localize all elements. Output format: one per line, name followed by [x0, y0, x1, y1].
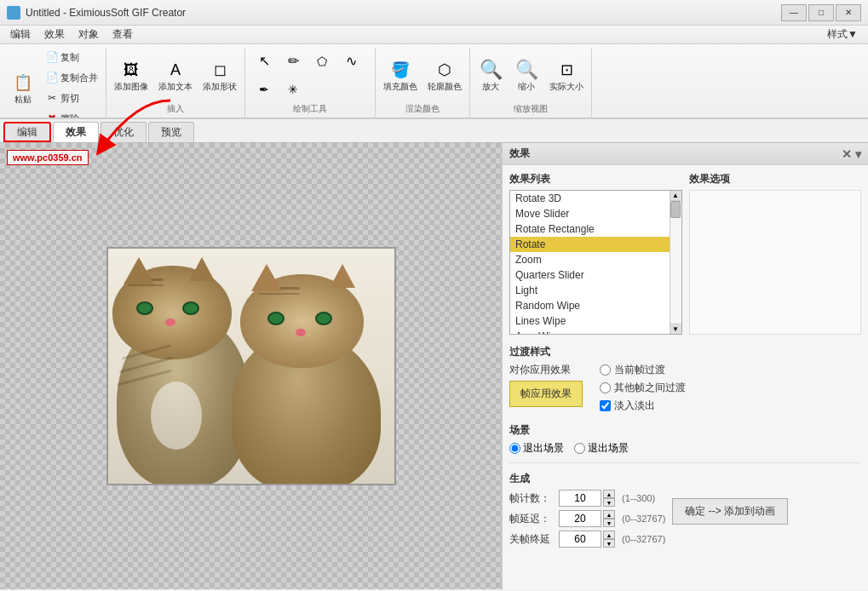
zoom-out-button[interactable]: 🔍 缩小 [509, 55, 543, 95]
options-title: 效果选项 [689, 172, 862, 186]
effects-scrollbar[interactable]: ▲ ▼ [670, 191, 681, 334]
draw-pen-button[interactable]: ✒ [250, 77, 278, 101]
menu-item-style[interactable]: 样式▼ [820, 26, 865, 43]
frame-count-input[interactable] [559, 490, 601, 507]
close-button[interactable]: ✕ [836, 4, 861, 21]
other-frames-radio-row: 其他帧之间过渡 [600, 381, 686, 395]
other-frames-label: 其他帧之间过渡 [614, 381, 686, 395]
other-frames-radio[interactable] [600, 382, 611, 393]
ribbon-add-image-button[interactable]: 🖼 添加图像 [110, 55, 152, 95]
ribbon-add-shape-button[interactable]: ◻ 添加形状 [198, 55, 241, 95]
frame-delay-down[interactable]: ▼ [603, 519, 615, 527]
add-text-icon: A [164, 58, 187, 82]
scene-title: 场景 [509, 423, 861, 438]
generate-fields: 帧计数： ▲ ▼ (1--300) 帧延迟： [509, 490, 665, 551]
transition-options-col: 当前帧过渡 其他帧之间过渡 淡入淡出 [600, 363, 686, 413]
tab-preview[interactable]: 预览 [148, 122, 194, 142]
apply-effect-button[interactable]: 帧应用效果 [509, 381, 583, 407]
actual-size-button[interactable]: ⊡ 实际大小 [545, 55, 588, 95]
exit-scene-radio[interactable] [574, 443, 585, 454]
confirm-add-button[interactable]: 确定 --> 添加到动画 [672, 498, 788, 525]
ribbon-cut-button[interactable]: ✂ 剪切 [41, 89, 102, 107]
pencil-icon: ✏ [284, 52, 302, 71]
paste-label: 粘贴 [14, 95, 32, 105]
scroll-up-button[interactable]: ▲ [670, 191, 681, 201]
minimize-button[interactable]: — [781, 4, 807, 21]
menu-item-view[interactable]: 查看 [106, 26, 140, 43]
effect-rotate3d[interactable]: Rotate 3D [510, 191, 670, 206]
current-frame-radio-row: 当前帧过渡 [600, 363, 686, 377]
generate-content: 帧计数： ▲ ▼ (1--300) 帧延迟： [509, 490, 861, 551]
menu-item-effect[interactable]: 效果 [37, 26, 72, 43]
stamp-icon: ✳ [284, 80, 302, 99]
effect-lines-wipe[interactable]: Lines Wipe [510, 313, 670, 329]
title-bar-controls: — □ ✕ [781, 4, 861, 21]
ribbon-copy-button[interactable]: 📄 复制 [41, 48, 102, 66]
options-col: 效果选项 [689, 172, 862, 335]
effect-arcs-wipe[interactable]: Arcs Wipe [510, 329, 670, 334]
draw-curve-button[interactable]: ∿ [337, 49, 365, 73]
effect-rotate-rect[interactable]: Rotate Rectangle [510, 221, 670, 237]
current-frame-label: 当前帧过渡 [614, 363, 665, 377]
draw-poly-button[interactable]: ⬠ [308, 49, 336, 73]
tab-optimize-label: 优化 [113, 125, 134, 140]
ribbon-group-zoom: 🔍 放大 🔍 缩小 ⊡ 实际大小 缩放视图 [470, 48, 592, 118]
menu-item-object[interactable]: 对象 [72, 26, 106, 43]
tab-optimize[interactable]: 优化 [101, 122, 147, 142]
draw-select-button[interactable]: ↖ [250, 49, 278, 73]
ribbon-group-clipboard: 📋 粘贴 📄 复制 📄 复制合并 ✂ 剪切 ✖ 擦除 [3, 48, 106, 118]
frame-delay-label: 帧延迟： [509, 512, 552, 526]
loop-delay-down[interactable]: ▼ [603, 539, 615, 548]
frame-delay-up[interactable]: ▲ [603, 510, 615, 519]
enter-scene-radio-row: 退出场景 [509, 441, 564, 456]
zoom-in-label: 放大 [482, 82, 499, 92]
canvas-area[interactable]: www.pc0359.cn [0, 143, 502, 589]
generate-section: 生成 帧计数： ▲ ▼ (1--300) [509, 462, 861, 551]
effect-rotate[interactable]: Rotate [510, 237, 670, 252]
frame-delay-input[interactable] [559, 510, 601, 527]
panel-title-text: 效果 [509, 146, 530, 161]
ribbon-paste-button[interactable]: 📋 粘贴 [7, 68, 39, 107]
frame-count-down[interactable]: ▼ [603, 498, 615, 507]
scroll-thumb[interactable] [670, 201, 681, 218]
menu-item-edit[interactable]: 编辑 [3, 26, 37, 43]
loop-delay-up[interactable]: ▲ [603, 531, 615, 539]
effects-list-container: Rotate 3D Move Slider Rotate Rectangle R… [509, 190, 682, 335]
ribbon-copy-merge-button[interactable]: 📄 复制合并 [41, 68, 102, 87]
draw-pencil-button[interactable]: ✏ [279, 49, 307, 73]
outline-color-label: 轮廓颜色 [428, 82, 462, 92]
effect-move-slider[interactable]: Move Slider [510, 206, 670, 221]
effect-quarters-slider[interactable]: Quarters Slider [510, 267, 670, 283]
canvas-inner [0, 143, 502, 589]
watermark: www.pc0359.cn [7, 150, 89, 165]
tab-effect[interactable]: 效果 [53, 122, 99, 142]
tab-edit[interactable]: 编辑 [3, 122, 51, 142]
enter-scene-label: 退出场景 [523, 441, 564, 456]
effects-list[interactable]: Rotate 3D Move Slider Rotate Rectangle R… [510, 191, 670, 334]
effect-zoom[interactable]: Zoom [510, 252, 670, 267]
ribbon-erase-button[interactable]: ✖ 擦除 [41, 109, 102, 119]
zoom-in-button[interactable]: 🔍 放大 [474, 55, 508, 95]
cut-label: 剪切 [60, 92, 79, 105]
effect-light[interactable]: Light [510, 283, 670, 298]
ribbon-add-text-button[interactable]: A 添加文本 [154, 55, 197, 95]
maximize-button[interactable]: □ [808, 4, 834, 21]
erase-icon: ✖ [45, 112, 59, 119]
exit-scene-label: 退出场景 [588, 441, 629, 456]
poly-icon: ⬠ [313, 52, 331, 71]
copy-merge-label: 复制合并 [60, 72, 98, 84]
effect-random-wipe[interactable]: Random Wipe [510, 298, 670, 313]
scroll-track [670, 201, 681, 324]
outline-color-button[interactable]: ⬡ 轮廓颜色 [423, 55, 466, 95]
panel-pin-button[interactable]: ✕ ▾ [842, 147, 861, 161]
scroll-down-button[interactable]: ▼ [670, 324, 681, 334]
frame-count-up[interactable]: ▲ [603, 490, 615, 498]
scene-section: 场景 退出场景 退出场景 [509, 420, 861, 456]
fade-checkbox[interactable] [600, 400, 611, 411]
current-frame-radio[interactable] [600, 364, 611, 376]
enter-scene-radio[interactable] [509, 443, 520, 454]
draw-stamp-button[interactable]: ✳ [279, 77, 307, 101]
fill-color-button[interactable]: 🪣 填充颜色 [379, 55, 422, 95]
loop-delay-input[interactable] [559, 531, 601, 548]
apply-for-label: 对你应用效果 [509, 363, 583, 377]
